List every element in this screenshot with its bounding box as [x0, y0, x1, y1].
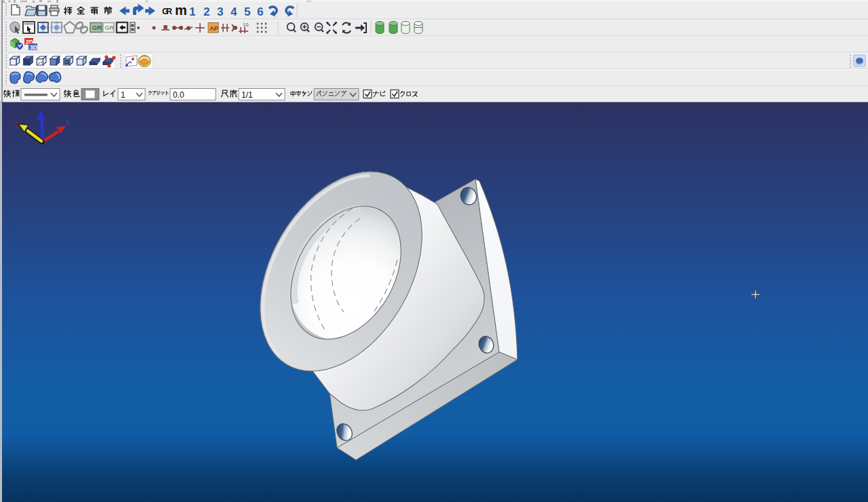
svg-text:10: 10 — [243, 22, 248, 28]
svg-text:2: 2 — [203, 5, 210, 18]
svg-text:0.0: 0.0 — [173, 90, 184, 100]
svg-text:Z: Z — [14, 121, 19, 129]
svg-text:m: m — [175, 3, 187, 18]
svg-text:GR: GR — [92, 24, 102, 31]
svg-text:1/1: 1/1 — [241, 90, 253, 100]
svg-text:X: X — [65, 119, 71, 127]
svg-text:GR: GR — [105, 24, 115, 31]
svg-text:3D: 3D — [30, 44, 37, 51]
svg-text:GR: GR — [162, 7, 172, 16]
svg-text:6: 6 — [257, 5, 263, 18]
svg-text:3: 3 — [217, 5, 223, 18]
svg-text:4: 4 — [231, 5, 237, 18]
svg-text:5: 5 — [244, 5, 250, 18]
svg-text:1: 1 — [121, 90, 125, 100]
svg-text:1: 1 — [189, 5, 195, 18]
svg-text:AP: AP — [210, 24, 219, 32]
